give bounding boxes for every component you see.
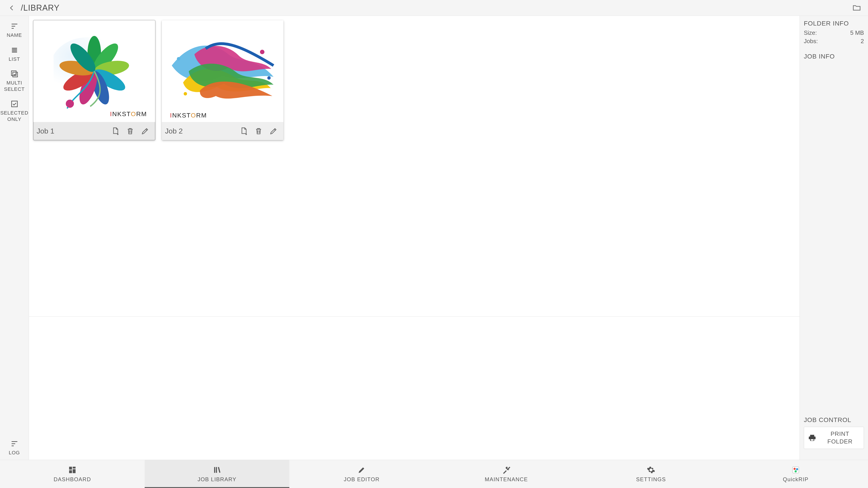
svg-point-20: [796, 468, 798, 470]
sort-icon: [10, 440, 19, 448]
folder-outline-icon: [852, 3, 861, 12]
top-bar: /LIBRARY: [0, 0, 868, 16]
new-folder-button[interactable]: [850, 3, 864, 12]
library-icon: [213, 466, 221, 474]
sort-name-label: NAME: [7, 32, 22, 38]
sort-name-button[interactable]: NAME: [0, 19, 29, 42]
nav-maintenance[interactable]: MAINTENANCE: [434, 460, 579, 488]
content-lower-empty: [29, 317, 800, 460]
svg-rect-2: [11, 101, 18, 107]
checkbox-checked-icon: [11, 100, 18, 108]
job-info-heading: JOB INFO: [804, 53, 864, 60]
log-button[interactable]: LOG: [0, 436, 29, 460]
delete-job-button[interactable]: [252, 125, 266, 137]
inkstorm-logo: INKSTORM: [170, 110, 207, 119]
pencil-icon: [269, 127, 278, 135]
duplicate-file-icon: [239, 127, 248, 135]
content-area: INKSTORM Job 1: [29, 16, 800, 460]
splash-art-icon: [166, 31, 279, 112]
folder-jobs-row: Jobs: 2: [804, 38, 864, 45]
nav-settings-label: SETTINGS: [636, 476, 666, 483]
quickrip-icon: [792, 466, 800, 474]
printer-icon: [808, 434, 816, 442]
inkstorm-logo: INKSTORM: [110, 109, 147, 118]
trash-icon: [126, 127, 134, 135]
nav-library[interactable]: JOB LIBRARY: [145, 460, 289, 488]
nav-settings[interactable]: SETTINGS: [579, 460, 723, 488]
dashboard-icon: [68, 466, 76, 474]
multi-select-button[interactable]: MULTI SELECT: [0, 66, 29, 96]
pencil-icon: [141, 127, 149, 135]
selected-only-label: SELECTED ONLY: [0, 110, 28, 122]
folder-size-row: Size: 5 MB: [804, 29, 864, 36]
sort-icon: [10, 22, 19, 31]
svg-point-17: [184, 92, 187, 96]
nav-quickrip[interactable]: QuickRIP: [723, 460, 868, 488]
print-folder-label: PRINT FOLDER: [820, 430, 860, 446]
list-icon: [11, 46, 18, 54]
duplicate-file-icon: [111, 127, 120, 135]
selected-only-button[interactable]: SELECTED ONLY: [0, 96, 29, 126]
nav-editor[interactable]: JOB EDITOR: [289, 460, 434, 488]
svg-point-19: [794, 468, 796, 470]
folder-size-value: 5 MB: [850, 29, 864, 36]
job-name: Job 1: [37, 127, 107, 135]
list-view-label: LIST: [8, 56, 20, 62]
back-button[interactable]: [3, 4, 21, 12]
edit-job-button[interactable]: [267, 125, 280, 137]
folder-jobs-label: Jobs:: [804, 38, 818, 45]
svg-rect-0: [11, 71, 16, 76]
nav-editor-label: JOB EDITOR: [344, 476, 380, 483]
duplicate-job-button[interactable]: [108, 125, 122, 137]
svg-point-13: [66, 100, 74, 108]
duplicate-job-button[interactable]: [237, 125, 250, 137]
right-panel: FOLDER INFO Size: 5 MB Jobs: 2 JOB INFO …: [800, 16, 868, 460]
pencil-icon: [358, 466, 366, 474]
bottom-nav: DASHBOARD JOB LIBRARY JOB EDITOR MAINTEN…: [0, 460, 868, 488]
print-folder-button[interactable]: PRINT FOLDER: [804, 427, 864, 449]
job-card[interactable]: INKSTORM Job 1: [33, 20, 155, 140]
nav-library-label: JOB LIBRARY: [197, 476, 237, 483]
svg-point-21: [795, 470, 797, 473]
job-thumbnail: INKSTORM: [33, 20, 155, 122]
job-thumbnail: INKSTORM: [162, 20, 283, 122]
folder-info-heading: FOLDER INFO: [804, 20, 864, 27]
job-name: Job 2: [165, 127, 236, 135]
breadcrumb-title: /LIBRARY: [21, 3, 59, 13]
job-control-heading: JOB CONTROL: [804, 416, 864, 424]
tools-icon: [502, 466, 510, 474]
rail-spacer: [0, 126, 29, 436]
job-card[interactable]: INKSTORM Job 2: [162, 20, 283, 140]
trash-icon: [254, 127, 263, 135]
svg-point-14: [260, 50, 265, 54]
main: NAME LIST MULTI SELECT SELECTED ONLY LOG: [0, 16, 868, 460]
svg-point-16: [177, 57, 180, 61]
multi-select-label: MULTI SELECT: [4, 80, 25, 92]
edit-job-button[interactable]: [138, 125, 152, 137]
flower-art-icon: [54, 31, 135, 112]
job-card-footer: Job 2: [162, 122, 283, 140]
folder-size-label: Size:: [804, 29, 817, 36]
folder-jobs-value: 2: [861, 38, 864, 45]
nav-maintenance-label: MAINTENANCE: [485, 476, 528, 483]
nav-dashboard-label: DASHBOARD: [54, 476, 91, 483]
multi-select-icon: [10, 70, 19, 78]
svg-point-15: [268, 76, 271, 80]
list-view-button[interactable]: LIST: [0, 42, 29, 66]
log-label: LOG: [9, 450, 20, 456]
chevron-left-icon: [8, 4, 16, 12]
nav-dashboard[interactable]: DASHBOARD: [0, 460, 145, 488]
gear-icon: [647, 466, 655, 474]
job-grid: INKSTORM Job 1: [29, 16, 800, 316]
nav-quickrip-label: QuickRIP: [783, 476, 808, 483]
delete-job-button[interactable]: [123, 125, 137, 137]
left-rail: NAME LIST MULTI SELECT SELECTED ONLY LOG: [0, 16, 29, 460]
job-card-footer: Job 1: [33, 122, 155, 140]
